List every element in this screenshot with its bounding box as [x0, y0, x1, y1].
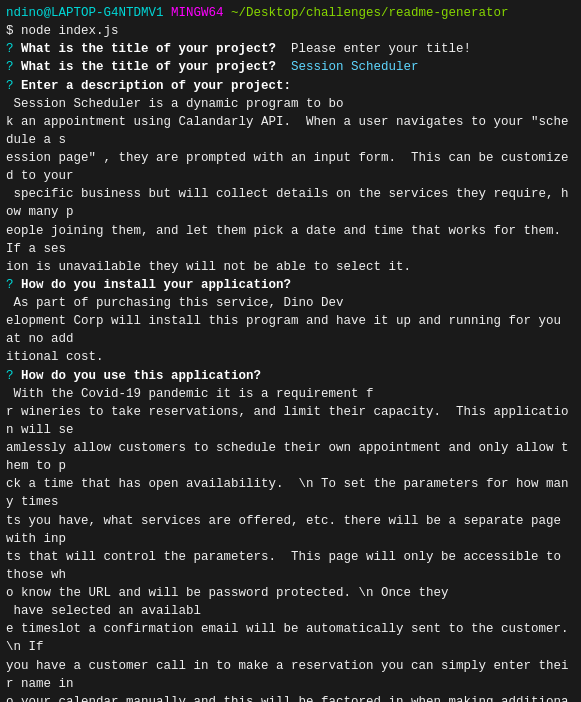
q4-cont4: ts you have, what services are offered, …: [6, 512, 575, 548]
q2-cont3: specific business but will collect detai…: [6, 185, 575, 221]
q1-text: What is the title of your project?: [21, 40, 284, 58]
q3-c2: itional cost.: [6, 348, 104, 366]
q4-c2: amlessly allow customers to schedule the…: [6, 439, 575, 475]
prompt-sep1: [164, 4, 172, 22]
q2-c3: specific business but will collect detai…: [6, 185, 575, 221]
q4-c1: r wineries to take reservations, and lim…: [6, 403, 575, 439]
q4-text: How do you use this application?: [21, 367, 261, 385]
terminal-window: ndino@LAPTOP-G4NTDMV1 MINGW64 ~/Desktop/…: [0, 0, 581, 702]
q4-cont2: amlessly allow customers to schedule the…: [6, 439, 575, 475]
q2-cont4: eople joining them, and let them pick a …: [6, 222, 575, 258]
q4-cont5: ts that will control the parameters. Thi…: [6, 548, 575, 584]
q4-cont7: e timeslot a confirmation email will be …: [6, 620, 575, 656]
q3-text: How do you install your application?: [21, 276, 291, 294]
q2-c5: ion is unavailable they will not be able…: [6, 258, 411, 276]
q4-c9: o your calendar manually and this will b…: [6, 693, 575, 702]
q4-c8: you have a customer call in to make a re…: [6, 657, 575, 693]
q4-mark: ?: [6, 367, 21, 385]
q2-cont2: ession page" , they are prompted with an…: [6, 149, 575, 185]
q4-line: ? How do you use this application? With …: [6, 367, 575, 403]
q2-text: Enter a description of your project:: [21, 77, 291, 95]
q4-c5: ts that will control the parameters. Thi…: [6, 548, 575, 584]
q2-answer: Session Scheduler is a dynamic program t…: [6, 95, 344, 113]
prompt-computer: MINGW64: [171, 4, 224, 22]
q2-c4: eople joining them, and let them pick a …: [6, 222, 575, 258]
prompt-user: ndino@LAPTOP-G4NTDMV1: [6, 4, 164, 22]
q3-cont1: elopment Corp will install this program …: [6, 312, 575, 348]
q1a-mark: ?: [6, 58, 21, 76]
q1a-text: What is the title of your project?: [21, 58, 284, 76]
prompt-path: ~/Desktop/challenges/readme-generator: [224, 4, 509, 22]
q4-c3: ck a time that has open availability. \n…: [6, 475, 575, 511]
q2-c1: k an appointment using Calandarly API. W…: [6, 113, 575, 149]
q2-mark: ?: [6, 77, 21, 95]
command-line: $ node index.js: [6, 22, 575, 40]
q4-cont9: o your calendar manually and this will b…: [6, 693, 575, 702]
q4-c6b: have selected an availabl: [6, 602, 201, 620]
q3-cont2: itional cost.: [6, 348, 575, 366]
dollar-sign: $: [6, 22, 21, 40]
q1-answer-line: ? What is the title of your project? Ses…: [6, 58, 575, 76]
q1-answer: Please enter your title!: [284, 40, 472, 58]
q4-cont3: ck a time that has open availability. \n…: [6, 475, 575, 511]
q4-cont6: o know the URL and will be password prot…: [6, 584, 575, 620]
top-prompt-line: ndino@LAPTOP-G4NTDMV1 MINGW64 ~/Desktop/…: [6, 4, 575, 22]
q3-mark: ?: [6, 276, 21, 294]
q4-they: they: [419, 584, 449, 602]
q2-cont1: k an appointment using Calandarly API. W…: [6, 113, 575, 149]
q4-c4: ts you have, what services are offered, …: [6, 512, 575, 548]
q2-c2: ession page" , they are prompted with an…: [6, 149, 575, 185]
command-text: node index.js: [21, 22, 119, 40]
q4-c7: e timeslot a confirmation email will be …: [6, 620, 575, 656]
q3-answer: As part of purchasing this service, Dino…: [6, 294, 344, 312]
q4-cont8: you have a customer call in to make a re…: [6, 657, 575, 693]
q3-line: ? How do you install your application? A…: [6, 276, 575, 312]
q4-cont1: r wineries to take reservations, and lim…: [6, 403, 575, 439]
q2-cont5: ion is unavailable they will not be able…: [6, 258, 575, 276]
q3-c1: elopment Corp will install this program …: [6, 312, 575, 348]
q4-answer: With the Covid-19 pandemic it is a requi…: [6, 385, 374, 403]
q1-mark: ?: [6, 40, 21, 58]
q1a-value: Session Scheduler: [284, 58, 419, 76]
q4-c6: o know the URL and will be password prot…: [6, 584, 419, 602]
q1-prompt: ? What is the title of your project? Ple…: [6, 40, 575, 58]
q2-line: ? Enter a description of your project: S…: [6, 77, 575, 113]
